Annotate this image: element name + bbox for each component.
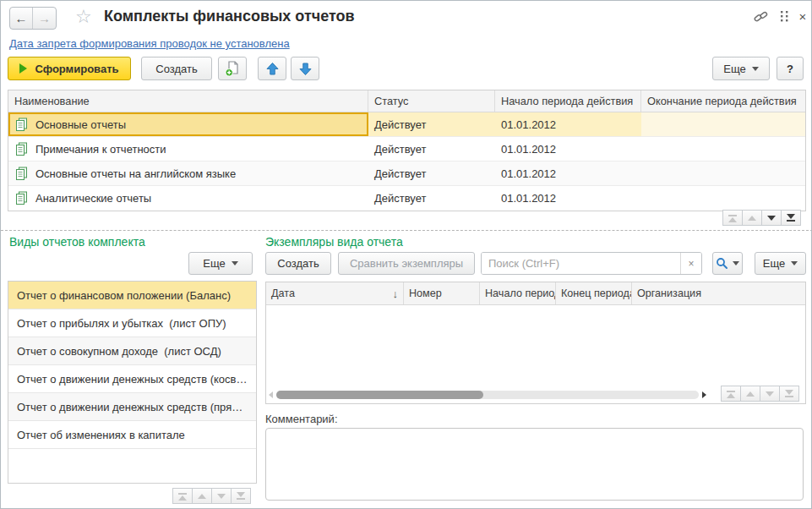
- column-header-number[interactable]: Номер: [404, 282, 480, 304]
- posting-restriction-link[interactable]: Дата запрета формирования проводок не ус…: [9, 37, 290, 50]
- column-header-period-end[interactable]: Конец периода: [556, 282, 632, 304]
- report-set-icon: [14, 167, 28, 181]
- list-item[interactable]: Отчет о совокупном доходе (лист ОСД): [8, 337, 256, 365]
- generate-button[interactable]: Сформировать: [8, 57, 131, 80]
- more-menu-button[interactable]: [775, 8, 793, 25]
- row-start: 01.01.2012: [495, 137, 641, 161]
- column-header-status[interactable]: Статус: [368, 90, 495, 112]
- move-up-button[interactable]: [258, 57, 286, 80]
- report-set-icon: [14, 118, 28, 132]
- go-first-button[interactable]: [172, 488, 193, 504]
- comment-textarea[interactable]: [265, 428, 804, 501]
- create-label: Создать: [277, 257, 319, 270]
- column-header-name[interactable]: Наименование: [8, 90, 368, 112]
- clear-icon: ×: [688, 258, 694, 270]
- list-item[interactable]: Отчет о движении денежных средств (пря…: [8, 393, 256, 421]
- move-down-button[interactable]: [291, 57, 319, 80]
- left-list-scroll-nav: [173, 488, 251, 504]
- column-header-organization[interactable]: Организация: [632, 282, 805, 304]
- back-button[interactable]: ←: [10, 8, 33, 29]
- scrollbar-thumb[interactable]: [276, 391, 483, 399]
- table-row[interactable]: Основные отчеты Действует 01.01.2012: [8, 112, 805, 137]
- column-header-date[interactable]: Дата ↓: [266, 282, 404, 304]
- row-start: 01.01.2012: [495, 186, 641, 211]
- close-icon: ×: [799, 9, 807, 24]
- first-icon: [728, 215, 737, 216]
- go-down-button[interactable]: [761, 210, 782, 226]
- list-item[interactable]: Отчет о движении денежных средств (косв…: [8, 365, 256, 393]
- arrow-up-icon: [265, 62, 280, 76]
- triangle-up-icon: [728, 217, 737, 222]
- row-status: Действует: [368, 112, 495, 136]
- report-kinds-list: Отчет о финансовом положении (Баланс) От…: [8, 281, 257, 484]
- column-label: Дата: [271, 287, 295, 299]
- left-section-title: Виды отчетов комплекта: [9, 235, 145, 249]
- more-button-main[interactable]: Еще: [712, 57, 770, 80]
- link-icon: [754, 9, 768, 24]
- scroll-left-icon[interactable]: [269, 391, 273, 398]
- go-first-button[interactable]: [722, 210, 743, 226]
- go-up-button[interactable]: [742, 210, 762, 226]
- scrollbar-track[interactable]: [276, 391, 699, 399]
- more-label: Еще: [723, 63, 745, 75]
- row-name: Аналитические отчеты: [35, 192, 151, 205]
- triangle-up-icon: [746, 391, 755, 397]
- list-item[interactable]: Отчет об изменениях в капитале: [8, 421, 256, 449]
- triangle-down-icon: [785, 390, 793, 395]
- column-header-period-start[interactable]: Начало периода: [480, 282, 556, 304]
- help-button[interactable]: ?: [777, 57, 804, 80]
- chevron-down-icon: [752, 67, 759, 71]
- go-last-button[interactable]: [781, 210, 801, 226]
- table-row[interactable]: Основные отчеты на английском языке Дейс…: [8, 161, 805, 186]
- clear-search-button[interactable]: ×: [680, 253, 701, 274]
- go-down-button[interactable]: [760, 386, 780, 402]
- play-icon: [19, 63, 27, 74]
- get-link-button[interactable]: [751, 8, 770, 25]
- go-first-button[interactable]: [721, 386, 741, 402]
- search-field: ×: [481, 252, 702, 275]
- forward-button[interactable]: →: [33, 8, 56, 29]
- create-by-copy-button[interactable]: [218, 57, 247, 80]
- row-name: Примечания к отчетности: [35, 143, 166, 156]
- list-item[interactable]: Отчет о финансовом положении (Баланс): [8, 282, 256, 309]
- row-end: [641, 112, 805, 136]
- create-instance-button[interactable]: Создать: [265, 252, 331, 275]
- copy-document-icon: [224, 60, 241, 77]
- list-item[interactable]: Отчет о прибылях и убытках (лист ОПУ): [8, 309, 256, 337]
- generate-label: Сформировать: [35, 63, 118, 75]
- go-last-button[interactable]: [779, 386, 799, 402]
- go-up-button[interactable]: [192, 488, 212, 504]
- column-header-period-start[interactable]: Начало периода действия: [495, 90, 641, 112]
- go-up-button[interactable]: [740, 386, 760, 402]
- create-button[interactable]: Создать: [141, 57, 212, 80]
- page-title: Комплекты финансовых отчетов: [104, 8, 355, 25]
- right-section-title: Экземпляры вида отчета: [265, 235, 403, 249]
- first-icon: [727, 391, 735, 392]
- more-button-right[interactable]: Еще: [755, 252, 806, 275]
- row-start: 01.01.2012: [495, 161, 641, 185]
- search-input[interactable]: [482, 253, 680, 274]
- row-end: [641, 161, 805, 185]
- row-status: Действует: [368, 137, 495, 161]
- go-down-button[interactable]: [211, 488, 232, 504]
- chevron-down-icon: [733, 261, 739, 265]
- more-button-left[interactable]: Еще: [188, 252, 253, 275]
- favorite-star-icon[interactable]: ☆: [75, 6, 92, 28]
- go-last-button[interactable]: [231, 488, 251, 504]
- table-row[interactable]: Аналитические отчеты Действует 01.01.201…: [8, 186, 805, 211]
- scroll-right-icon[interactable]: [702, 391, 706, 398]
- search-settings-button[interactable]: [712, 252, 743, 275]
- horizontal-splitter[interactable]: [1, 230, 812, 231]
- compare-label: Сравнить экземпляры: [350, 257, 463, 270]
- report-set-icon: [14, 142, 28, 156]
- triangle-down-icon: [767, 216, 776, 221]
- table-row[interactable]: Примечания к отчетности Действует 01.01.…: [8, 137, 805, 161]
- compare-instances-button[interactable]: Сравнить экземпляры: [338, 252, 475, 275]
- more-label: Еще: [203, 257, 225, 270]
- column-header-period-end[interactable]: Окончание периода действия: [641, 90, 805, 112]
- last-icon: [787, 220, 795, 222]
- chevron-down-icon: [791, 261, 798, 265]
- row-name: Основные отчеты: [35, 118, 126, 131]
- last-icon: [785, 396, 793, 397]
- close-button[interactable]: ×: [793, 8, 812, 25]
